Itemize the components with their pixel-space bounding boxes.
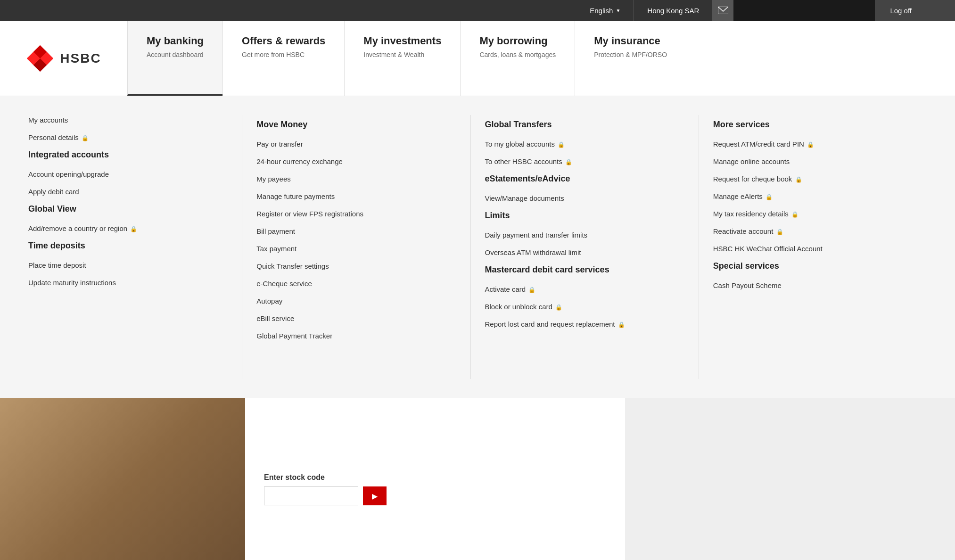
lock-icon-tax-residency: 🔒 — [791, 211, 799, 218]
nav-item-insurance-sub: Protection & MPF/ORSO — [594, 51, 667, 58]
menu-link-reactivate-account[interactable]: Reactivate account 🔒 — [713, 226, 913, 236]
menu-link-cheque-book[interactable]: Request for cheque book 🔒 — [713, 174, 913, 184]
menu-link-activate-card[interactable]: Activate card 🔒 — [485, 284, 684, 294]
language-label: English — [590, 7, 613, 15]
menu-link-quick-transfer[interactable]: Quick Transfer settings — [256, 261, 456, 271]
menu-link-to-my-global-accounts[interactable]: To my global accounts 🔒 — [485, 139, 684, 149]
region-label: Hong Kong SAR — [647, 7, 699, 15]
menu-link-fps[interactable]: Register or view FPS registrations — [256, 209, 456, 219]
menu-link-atm-pin[interactable]: Request ATM/credit card PIN 🔒 — [713, 139, 913, 149]
nav-item-offers[interactable]: Offers & rewards Get more from HSBC — [222, 21, 344, 96]
menu-link-account-opening[interactable]: Account opening/upgrade — [28, 169, 228, 179]
hsbc-logo: HSBC — [26, 44, 101, 73]
nav-item-offers-sub: Get more from HSBC — [242, 51, 325, 58]
lock-icon-block-card: 🔒 — [555, 304, 562, 311]
menu-link-to-other-hsbc[interactable]: To other HSBC accounts 🔒 — [485, 156, 684, 166]
bottom-left-overlay — [0, 398, 245, 560]
mail-icon[interactable] — [713, 0, 733, 21]
menu-section-special-services: Special services — [713, 261, 913, 271]
menu-link-update-maturity[interactable]: Update maturity instructions — [28, 278, 228, 288]
menu-link-view-manage-docs[interactable]: View/Manage documents — [485, 193, 684, 203]
menu-link-apply-debit-card[interactable]: Apply debit card — [28, 187, 228, 197]
menu-link-currency-exchange[interactable]: 24-hour currency exchange — [256, 156, 456, 166]
nav-item-investments[interactable]: My investments Investment & Wealth — [344, 21, 460, 96]
stock-code-label: Enter stock code — [264, 473, 606, 482]
menu-link-wechat[interactable]: HSBC HK WeChat Official Account — [713, 244, 913, 254]
nav-item-investments-title: My investments — [363, 35, 441, 47]
top-bar-right-decoration — [927, 0, 955, 21]
lock-icon-cheque-book: 🔒 — [795, 176, 802, 183]
region-selector[interactable]: Hong Kong SAR — [634, 0, 713, 21]
menu-col-3: Global Transfers To my global accounts 🔒… — [471, 115, 699, 379]
menu-section-time-deposits: Time deposits — [28, 241, 228, 251]
menu-section-global-view: Global View — [28, 204, 228, 214]
menu-link-overseas-atm[interactable]: Overseas ATM withdrawal limit — [485, 247, 684, 257]
stock-code-input[interactable] — [264, 486, 358, 505]
nav-item-insurance[interactable]: My insurance Protection & MPF/ORSO — [575, 21, 686, 96]
lock-icon-country: 🔒 — [130, 226, 137, 232]
stock-search-button[interactable]: ▶ — [363, 486, 387, 505]
lock-icon-lost-card: 🔒 — [618, 321, 625, 328]
lock-icon-atm-pin: 🔒 — [807, 141, 814, 148]
menu-link-bill-payment[interactable]: Bill payment — [256, 226, 456, 236]
menu-link-ebill[interactable]: eBill service — [256, 313, 456, 323]
menu-link-add-remove-country[interactable]: Add/remove a country or region 🔒 — [28, 223, 228, 233]
menu-link-report-lost-card[interactable]: Report lost card and request replacement… — [485, 319, 684, 329]
hsbc-diamond-icon — [26, 44, 54, 73]
nav-item-borrowing-sub: Cards, loans & mortgages — [479, 51, 556, 58]
menu-col-1: My accounts Personal details 🔒 Integrate… — [28, 115, 242, 379]
menu-link-manage-ealerts[interactable]: Manage eAlerts 🔒 — [713, 191, 913, 201]
lock-icon-activate-card: 🔒 — [528, 287, 535, 293]
lock-icon-personal-details: 🔒 — [82, 135, 89, 141]
lock-icon-reactivate: 🔒 — [776, 229, 783, 235]
menu-link-personal-details[interactable]: Personal details 🔒 — [28, 132, 228, 142]
menu-col-2: Move Money Pay or transfer 24-hour curre… — [242, 115, 470, 379]
menu-section-mastercard: Mastercard debit card services — [485, 265, 684, 275]
menu-link-my-accounts[interactable]: My accounts — [28, 115, 228, 125]
logo-area[interactable]: HSBC — [0, 21, 127, 96]
stock-search-arrow-icon: ▶ — [372, 492, 378, 501]
menu-link-global-payment-tracker[interactable]: Global Payment Tracker — [256, 331, 456, 341]
stock-input-row: ▶ — [264, 486, 606, 505]
nav-item-my-banking[interactable]: My banking Account dashboard — [127, 21, 222, 96]
nav-item-offers-title: Offers & rewards — [242, 35, 325, 47]
menu-section-estatements: eStatements/eAdvice — [485, 174, 684, 184]
menu-link-manage-future-payments[interactable]: Manage future payments — [256, 191, 456, 201]
menu-link-block-card[interactable]: Block or unblock card 🔒 — [485, 302, 684, 312]
menu-col-4: More services Request ATM/credit card PI… — [699, 115, 927, 379]
bottom-right-area — [625, 398, 955, 560]
menu-link-pay-or-transfer[interactable]: Pay or transfer — [256, 139, 456, 149]
language-chevron-icon: ▼ — [616, 8, 620, 13]
nav-item-borrowing[interactable]: My borrowing Cards, loans & mortgages — [460, 21, 575, 96]
nav-item-my-banking-title: My banking — [147, 35, 204, 47]
nav-item-my-banking-sub: Account dashboard — [147, 51, 204, 58]
menu-link-manage-online-accounts[interactable]: Manage online accounts — [713, 156, 913, 166]
lock-icon-ealerts: 🔒 — [766, 194, 773, 200]
nav-item-borrowing-title: My borrowing — [479, 35, 556, 47]
menu-link-autopay[interactable]: Autopay — [256, 296, 456, 306]
menu-link-place-time-deposit[interactable]: Place time deposit — [28, 260, 228, 270]
nav-item-insurance-title: My insurance — [594, 35, 667, 47]
lock-icon-other-hsbc: 🔒 — [565, 159, 572, 165]
menu-section-more-services: More services — [713, 120, 913, 130]
top-bar: English ▼ Hong Kong SAR Log off — [0, 0, 955, 21]
nav-item-investments-sub: Investment & Wealth — [363, 51, 441, 58]
logoff-button[interactable]: Log off — [875, 0, 927, 21]
menu-link-echeque[interactable]: e-Cheque service — [256, 279, 456, 288]
hsbc-text: HSBC — [60, 51, 101, 66]
mega-menu: My accounts Personal details 🔒 Integrate… — [0, 96, 955, 398]
nav-bar: HSBC My banking Account dashboard Offers… — [0, 21, 955, 96]
lock-icon-global-accounts: 🔒 — [558, 141, 565, 148]
nav-items: My banking Account dashboard Offers & re… — [127, 21, 955, 96]
logoff-label: Log off — [890, 7, 912, 15]
bottom-center-stock: Enter stock code ▶ — [245, 398, 625, 560]
menu-link-my-payees[interactable]: My payees — [256, 174, 456, 184]
menu-section-integrated-accounts: Integrated accounts — [28, 150, 228, 160]
menu-link-daily-payment-limits[interactable]: Daily payment and transfer limits — [485, 230, 684, 240]
menu-link-cash-payout[interactable]: Cash Payout Scheme — [713, 280, 913, 290]
language-selector[interactable]: English ▼ — [576, 0, 634, 21]
menu-section-global-transfers: Global Transfers — [485, 120, 684, 130]
menu-link-tax-residency[interactable]: My tax residency details 🔒 — [713, 209, 913, 219]
bottom-left-image — [0, 398, 245, 560]
menu-link-tax-payment[interactable]: Tax payment — [256, 244, 456, 254]
